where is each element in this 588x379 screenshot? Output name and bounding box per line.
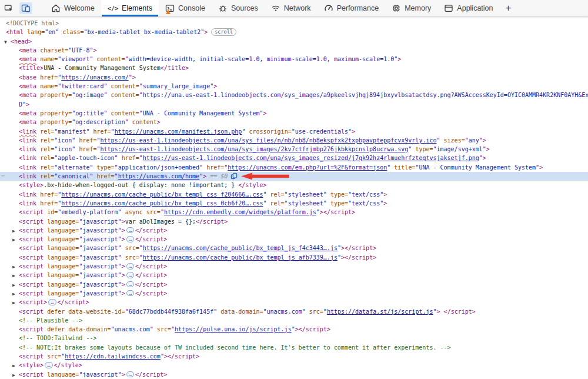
expander-closed-icon[interactable]: ▶: [12, 371, 19, 377]
inline-expand-button[interactable]: …: [126, 236, 134, 242]
device-emulation-button[interactable]: [17, 0, 34, 16]
tab-network[interactable]: Network: [265, 0, 318, 16]
dom-node-line[interactable]: <link rel="apple-touch-icon" href="https…: [0, 154, 588, 162]
expander-closed-icon[interactable]: ▶: [12, 298, 19, 307]
attribute-link-url[interactable]: https://datafa.st/js/script.js: [327, 308, 433, 315]
dom-node-line[interactable]: <meta property="og:image" content="https…: [0, 91, 588, 99]
tab-elements[interactable]: </>Elements: [101, 0, 159, 16]
inspect-element-button[interactable]: [0, 0, 17, 16]
attribute-link-url[interactable]: https://unacms.com/home: [118, 173, 199, 179]
dom-node-line[interactable]: ▶<script language="javascript">…</script…: [0, 271, 588, 280]
dom-node-line[interactable]: <meta charset="UTF-8">: [0, 46, 588, 55]
dom-node-line[interactable]: <!-- TODO:Tailwind -->: [0, 334, 588, 343]
inline-expand-button[interactable]: …: [126, 281, 134, 288]
tab-console[interactable]: Console: [159, 0, 212, 16]
expander-closed-icon[interactable]: ▶: [12, 271, 19, 280]
tab-application[interactable]: Application: [437, 0, 499, 16]
attribute-link-url[interactable]: https://us-east-1.linodeobjects.com/una/…: [101, 146, 409, 152]
dom-node-line[interactable]: ▶<script language="javascript">…</script…: [0, 235, 588, 244]
code-token: </script>: [444, 308, 476, 315]
code-token: <link: [19, 155, 36, 161]
inline-expand-button[interactable]: …: [126, 290, 134, 297]
expander-open-icon[interactable]: ▼: [4, 38, 11, 46]
attribute-link-url[interactable]: https://us-east-1.linodeobjects.com/una/…: [101, 137, 437, 144]
dom-node-line[interactable]: <script defer data-website-id="68dc77bdd…: [0, 307, 588, 316]
dom-node-line[interactable]: <link rel="icon" href="https://us-east-1…: [0, 136, 588, 145]
tab-welcome[interactable]: Welcome: [45, 0, 101, 16]
inline-expand-button[interactable]: …: [126, 272, 134, 278]
attribute-link-url[interactable]: https://unacms.com/cache_public/bx_templ…: [61, 200, 263, 207]
code-token: href=: [93, 128, 111, 135]
tab-sources[interactable]: Sources: [212, 0, 265, 16]
expander-closed-icon[interactable]: ▶: [12, 281, 19, 290]
expander-closed-icon[interactable]: ▶: [12, 262, 19, 271]
code-token: <link: [19, 191, 36, 198]
dom-node-line[interactable]: <script src="https://cdn.tailwindcss.com…: [0, 352, 588, 361]
dom-node-selected[interactable]: ⋯<link rel="canonical" href="https://una…: [0, 172, 588, 181]
attribute-link-url[interactable]: https://us-east-1.linodeobjects.com/una/…: [143, 155, 479, 161]
code-token: <script: [19, 227, 44, 234]
expander-closed-icon[interactable]: ▶: [12, 235, 19, 244]
dom-node-line[interactable]: <meta name="viewport" content="width=dev…: [0, 55, 588, 64]
attribute-link-url[interactable]: https://unacms.com/cache_public/bx_templ…: [143, 245, 338, 251]
dom-node-line[interactable]: ▶<script language="javascript">…</script…: [0, 289, 588, 298]
inline-expand-button[interactable]: …: [126, 263, 134, 270]
inline-expand-button[interactable]: …: [48, 299, 56, 305]
dom-node-line[interactable]: <base href="https://unacms.com/">: [0, 73, 588, 82]
inline-expand-button[interactable]: …: [126, 371, 134, 377]
tab-label: Network: [284, 4, 311, 12]
dom-node-line[interactable]: <!-- Plausible -->: [0, 316, 588, 325]
attribute-link-url[interactable]: https://unacms.com/cache_public/bx_templ…: [61, 191, 263, 198]
dom-node-line[interactable]: <link href="https://unacms.com/cache_pub…: [0, 190, 588, 199]
dom-node-line[interactable]: ▶<style>…</style>: [0, 361, 588, 370]
expander-closed-icon[interactable]: ▶: [12, 361, 19, 370]
dom-node-line[interactable]: ▶<script language="javascript">…</script…: [0, 262, 588, 271]
dom-node-line[interactable]: <style>.bx-hide-when-logged-out { displa…: [0, 181, 588, 190]
code-token: <title>: [19, 65, 44, 71]
attribute-link-url[interactable]: https://cdn.tailwindcss.com: [65, 353, 161, 360]
dom-node-line[interactable]: <link href="https://unacms.com/cache_pub…: [0, 199, 588, 208]
dom-node-line[interactable]: ▶<script language="javascript">…</script…: [0, 370, 588, 377]
code-token: name=: [40, 56, 58, 62]
dom-node-line[interactable]: ▶<script>…</script>: [0, 298, 588, 307]
dom-node-line[interactable]: <script language="javascript" src="https…: [0, 244, 588, 252]
dom-node-line[interactable]: <title>UNA - Community Management System…: [0, 64, 588, 72]
dom-node-line[interactable]: ▶<script language="javascript">…</script…: [0, 280, 588, 289]
code-token: >: [122, 290, 125, 297]
attribute-link-url[interactable]: https://unacms.com/: [61, 74, 128, 81]
dom-node-line[interactable]: <script language="javascript">var aDolIm…: [0, 217, 588, 226]
tab-performance[interactable]: Performance: [318, 0, 386, 16]
tab-label: Console: [178, 4, 205, 12]
dom-node-line[interactable]: <meta name="twitter:card" content="summa…: [0, 82, 588, 91]
attribute-link-url[interactable]: https://unacms.com/em.php?url=%2F&format…: [228, 164, 387, 171]
attribute-link-url[interactable]: https://unacms.com/manifest.json.php: [115, 128, 242, 135]
expander-closed-icon[interactable]: ▶: [12, 290, 19, 298]
dom-node-line[interactable]: <!-- NOTE:It brakes some layouts because…: [0, 343, 588, 352]
dom-node-line[interactable]: <!DOCTYPE html>: [0, 19, 588, 28]
dom-node-line[interactable]: ▼<head>: [0, 37, 588, 46]
attribute-link-url[interactable]: https://cdn.embedly.com/widgets/platform…: [164, 209, 316, 215]
dom-node-line[interactable]: <link rel="icon" href="https://us-east-1…: [0, 145, 588, 154]
code-token: <script>: [19, 299, 47, 305]
dom-node-line[interactable]: <script defer data-domain="unacms.com" s…: [0, 325, 588, 334]
dom-node-line[interactable]: <script language="javascript" src="https…: [0, 253, 588, 262]
dom-node-line[interactable]: <html lang="en" class="bx-media-tablet b…: [0, 28, 588, 36]
code-token: rel=: [40, 164, 54, 171]
dom-node-line[interactable]: <script id="embedly-platform" async src=…: [0, 208, 588, 217]
code-token: <meta: [19, 92, 36, 98]
gutter-dots-icon[interactable]: ⋯: [1, 171, 5, 180]
dom-node-line[interactable]: ▶<script language="javascript">…</script…: [0, 226, 588, 235]
inline-expand-button[interactable]: …: [126, 227, 134, 234]
more-tabs-button[interactable]: +: [500, 0, 517, 16]
dom-node-line[interactable]: <meta property="og:title" content="UNA -…: [0, 109, 588, 118]
code-token: "68dc77bddb44f938fa6f145f": [125, 308, 218, 315]
tab-memory[interactable]: Memory: [385, 0, 437, 16]
dom-node-line[interactable]: <meta property="og:description" content>: [0, 118, 588, 127]
dom-node-line[interactable]: D">: [0, 100, 588, 109]
inline-expand-button[interactable]: …: [45, 362, 52, 368]
expander-closed-icon[interactable]: ▶: [12, 227, 19, 235]
dom-node-line[interactable]: <link rel="alternate" type="application/…: [0, 163, 588, 172]
attribute-link-url[interactable]: https://unacms.com/cache_public/bx_templ…: [143, 254, 338, 261]
dom-node-line[interactable]: <link rel="manifest" href="https://unacm…: [0, 127, 588, 136]
attribute-link-url[interactable]: https://pulse.una.io/js/script.js: [175, 326, 292, 333]
